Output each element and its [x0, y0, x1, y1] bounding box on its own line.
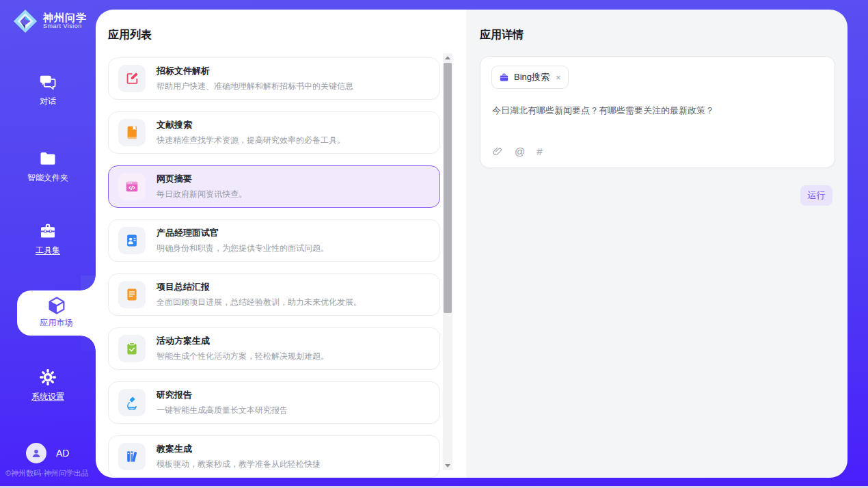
books-icon — [118, 443, 146, 470]
user-name: AD — [56, 448, 69, 459]
sidebar: 神州问学 Smart Vision 对话 智能文件夹 工具集 — [0, 0, 96, 488]
app-cards-viewport: 招标文件解析帮助用户快速、准确地理解和解析招标书中的关键信息文献搜索快速精准查找… — [108, 57, 442, 478]
app-card-description: 明确身份和职责，为您提供专业性的面试问题。 — [157, 243, 329, 254]
app-card-description: 一键智能生成高质量长文本研究报告 — [157, 405, 288, 416]
query-input[interactable]: 今日湖北有哪些新闻要点？有哪些需要关注的最新政策？ — [492, 105, 824, 117]
briefcase-icon — [499, 72, 509, 83]
app-card-description: 全面回顾项目进展，总结经验教训，助力未来优化发展。 — [157, 297, 362, 308]
book-icon — [118, 119, 146, 146]
app-card-description: 每日政府新闻资讯快查。 — [157, 189, 247, 200]
app-card-description: 模板驱动，教案秒成，教学准备从此轻松快捷 — [157, 459, 321, 470]
app-detail-panel: 应用详情 Bing搜索 × 今日湖北有哪些新闻要点？有哪些需要关注的最新政策？ … — [466, 10, 847, 478]
app-detail-title: 应用详情 — [480, 28, 524, 42]
prompt-input-card: Bing搜索 × 今日湖北有哪些新闻要点？有哪些需要关注的最新政策？ @ # — [480, 56, 835, 168]
app-list-panel: 应用列表 招标文件解析帮助用户快速、准确地理解和解析招标书中的关键信息文献搜索快… — [96, 10, 466, 478]
app-card-title: 招标文件解析 — [157, 65, 353, 77]
app-card-title: 项目总结汇报 — [157, 281, 362, 293]
attachment-toolbar: @ # — [492, 146, 543, 157]
cube-icon — [46, 295, 67, 316]
mention-icon[interactable]: @ — [515, 146, 525, 157]
app-card[interactable]: 研究报告一键智能生成高质量长文本研究报告 — [108, 381, 440, 424]
app-card-title: 网页摘要 — [157, 173, 247, 185]
web-code-icon — [118, 173, 146, 200]
sidebar-item-settings[interactable]: 系统设置 — [0, 368, 96, 403]
app-card[interactable]: 网页摘要每日政府新闻资讯快查。 — [108, 165, 440, 208]
run-button[interactable]: 运行 — [800, 185, 832, 206]
person-icon — [29, 446, 43, 460]
copyright-footer: ©神州数码·神州问学出品 — [5, 468, 96, 478]
app-card[interactable]: 项目总结汇报全面回顾项目进展，总结经验教训，助力未来优化发展。 — [108, 273, 440, 316]
app-list-title: 应用列表 — [108, 28, 152, 42]
app-card[interactable]: 产品经理面试官明确身份和职责，为您提供专业性的面试问题。 — [108, 219, 440, 262]
report-note-icon — [118, 281, 146, 308]
chat-icon — [38, 72, 57, 92]
microscope-icon — [118, 389, 146, 416]
content-shell: 应用列表 招标文件解析帮助用户快速、准确地理解和解析招标书中的关键信息文献搜索快… — [96, 10, 847, 478]
brand-logo: 神州问学 Smart Vision — [12, 8, 87, 34]
sidebar-item-toolset[interactable]: 工具集 — [0, 221, 96, 256]
scrollbar-down-arrow[interactable] — [443, 461, 452, 470]
app-card[interactable]: 教案生成模板驱动，教案秒成，教学准备从此轻松快捷 — [108, 435, 440, 478]
interviewer-icon — [118, 227, 146, 254]
sidebar-item-smart-folder[interactable]: 智能文件夹 — [0, 149, 96, 184]
app-card-title: 文献搜索 — [157, 119, 345, 131]
app-card[interactable]: 文献搜索快速精准查找学术资源，提高研究效率的必备工具。 — [108, 111, 440, 154]
toolbox-icon — [38, 221, 57, 241]
sidebar-item-label: 对话 — [0, 96, 96, 107]
app-card[interactable]: 活动方案生成智能生成个性化活动方案，轻松解决规划难题。 — [108, 327, 440, 370]
avatar — [26, 443, 46, 463]
sidebar-item-label: 工具集 — [0, 245, 96, 256]
brand-subtitle: Smart Vision — [43, 23, 87, 29]
clipboard-check-icon — [118, 335, 146, 362]
app-card-description: 帮助用户快速、准确地理解和解析招标书中的关键信息 — [157, 81, 353, 92]
app-card-description: 智能生成个性化活动方案，轻松解决规划难题。 — [157, 351, 329, 362]
tab-curve-top — [81, 275, 96, 290]
diamond-logo-icon — [12, 8, 38, 34]
tag-close-icon[interactable]: × — [556, 73, 561, 82]
sidebar-item-app-market[interactable]: 应用市场 — [17, 290, 96, 336]
sidebar-item-label: 应用市场 — [17, 317, 96, 329]
gear-icon — [38, 368, 57, 387]
app-card-title: 研究报告 — [157, 389, 288, 401]
paperclip-icon[interactable] — [492, 146, 503, 157]
bing-search-tag[interactable]: Bing搜索 × — [491, 66, 569, 89]
scrollbar[interactable] — [443, 53, 452, 470]
sidebar-item-chat[interactable]: 对话 — [0, 72, 96, 107]
app-card[interactable]: 招标文件解析帮助用户快速、准确地理解和解析招标书中的关键信息 — [108, 57, 440, 100]
doc-edit-icon — [118, 65, 146, 92]
scrollbar-up-arrow[interactable] — [443, 53, 452, 62]
app-card-title: 产品经理面试官 — [157, 227, 329, 239]
tab-curve-bottom — [81, 336, 96, 351]
sidebar-item-label: 智能文件夹 — [0, 172, 96, 184]
sidebar-item-label: 系统设置 — [0, 391, 96, 403]
folder-icon — [38, 149, 57, 168]
app-card-title: 活动方案生成 — [157, 335, 329, 347]
app-card-title: 教案生成 — [157, 443, 321, 455]
tag-label: Bing搜索 — [514, 71, 550, 83]
brand-name: 神州问学 — [43, 12, 87, 23]
scrollbar-thumb[interactable] — [444, 63, 452, 313]
app-card-description: 快速精准查找学术资源，提高研究效率的必备工具。 — [157, 135, 345, 146]
hash-icon[interactable]: # — [537, 146, 542, 157]
user-account[interactable]: AD — [26, 443, 69, 463]
